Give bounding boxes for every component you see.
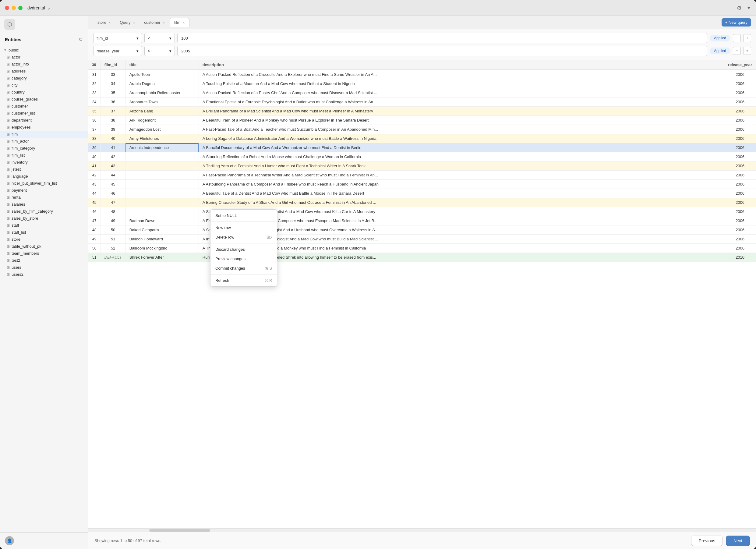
cell-film-id[interactable]: 34: [101, 79, 125, 88]
app-title-chevron[interactable]: ⌄: [47, 5, 51, 10]
cell-release-year[interactable]: 2006: [724, 125, 756, 134]
cell-description[interactable]: A Fast-Paced Panorama of a Technical Wri…: [199, 171, 724, 180]
close-button[interactable]: [5, 6, 9, 10]
sidebar-item-nicer-film-list[interactable]: ⊞ nicer_but_slower_film_list: [0, 180, 88, 187]
sidebar-item-film-category[interactable]: ⊞ film_category: [0, 145, 88, 152]
cell-release-year[interactable]: 2006: [724, 79, 756, 88]
sidebar-item-employees[interactable]: ⊞ employees: [0, 124, 88, 131]
sidebar-item-table-without-pk[interactable]: ⊞ table_without_pk: [0, 243, 88, 250]
table-row[interactable]: 43 45 A Astounding Panorama of a Compose…: [88, 180, 756, 189]
cell-title[interactable]: Arachnophobia Rollercoaster: [125, 88, 199, 97]
filter-op-1[interactable]: < ▾: [144, 33, 175, 43]
cell-description[interactable]: A Emotional Panorama of a Pioneer And a …: [199, 216, 724, 225]
table-row[interactable]: 50 52 Ballroom Mockingbird A Thrilling D…: [88, 244, 756, 253]
sidebar-item-category[interactable]: ⊞ category: [0, 75, 88, 82]
tab-customer-close[interactable]: ×: [163, 21, 165, 24]
filter-plus-1[interactable]: +: [743, 34, 751, 42]
cell-title[interactable]: Ark Ridgemont: [125, 116, 199, 125]
cell-release-year[interactable]: 2006: [724, 107, 756, 116]
cell-film-id[interactable]: 49: [101, 216, 125, 225]
tab-query[interactable]: Query ×: [115, 18, 139, 27]
ctx-commit[interactable]: Commit changes ⌘ S: [210, 264, 277, 273]
ctx-set-null[interactable]: Set to NULL: [210, 211, 277, 220]
cell-film-id[interactable]: 45: [101, 180, 125, 189]
minimize-button[interactable]: [12, 6, 16, 10]
tab-customer[interactable]: customer ×: [140, 18, 169, 27]
filter-value-1[interactable]: 100: [177, 33, 707, 43]
cell-title[interactable]: Argonauts Town: [125, 97, 199, 107]
cell-film-id[interactable]: 42: [101, 152, 125, 161]
sidebar-item-sales-by-store[interactable]: ⊞ sales_by_store: [0, 215, 88, 222]
tab-query-close[interactable]: ×: [133, 21, 135, 24]
col-header-title[interactable]: title: [125, 60, 199, 70]
cell-release-year[interactable]: 2006: [724, 198, 756, 207]
cell-description[interactable]: A Action-Packed Reflection of a Crocodil…: [199, 70, 724, 79]
sidebar-item-actor[interactable]: ⊞ actor: [0, 54, 88, 61]
table-row[interactable]: 40 42 A Stunning Reflection of a Robot A…: [88, 152, 756, 161]
cell-release-year[interactable]: 2006: [724, 143, 756, 152]
cell-film-id[interactable]: 50: [101, 225, 125, 235]
cell-description[interactable]: A Fast-Paced Tale of a Boat And a Teache…: [199, 125, 724, 134]
filter-minus-2[interactable]: −: [733, 47, 741, 55]
cell-release-year[interactable]: 2006: [724, 88, 756, 97]
sidebar-item-sales-by-film-category[interactable]: ⊞ sales_by_film_category: [0, 208, 88, 215]
filter-field-2[interactable]: release_year ▾: [93, 46, 142, 56]
table-row[interactable]: 32 34 Arabia Dogma A Touching Epistle of…: [88, 79, 756, 88]
cell-release-year[interactable]: 2006: [724, 134, 756, 143]
sidebar-item-staff[interactable]: ⊞ staff: [0, 222, 88, 229]
table-row[interactable]: 31 33 Apollo Teen A Action-Packed Reflec…: [88, 70, 756, 79]
cell-title[interactable]: Balloon Homeward: [125, 235, 199, 244]
cell-film-id[interactable]: 37: [101, 107, 125, 116]
cell-description[interactable]: A Beautiful Yarn of a Pioneer And a Monk…: [199, 116, 724, 125]
cell-description[interactable]: A Beautiful Tale of a Dentist And a Mad …: [199, 189, 724, 198]
cell-title[interactable]: Arsenic Independence: [125, 143, 199, 152]
cell-description[interactable]: A Insightful Panorama of a Forensic Psyc…: [199, 235, 724, 244]
table-row[interactable]: 42 44 A Fast-Paced Panorama of a Technic…: [88, 171, 756, 180]
cell-release-year[interactable]: 2006: [724, 216, 756, 225]
table-row[interactable]: 44 46 A Beautiful Tale of a Dentist And …: [88, 189, 756, 198]
cell-description[interactable]: A Stunning Reflection of a Robot And a M…: [199, 152, 724, 161]
user-avatar[interactable]: 👤: [5, 536, 14, 545]
sidebar-item-test2[interactable]: ⊞ test2: [0, 257, 88, 264]
cell-release-year[interactable]: 2006: [724, 207, 756, 216]
new-query-button[interactable]: + New query: [722, 18, 751, 27]
filter-applied-1[interactable]: Applied: [710, 35, 730, 41]
cell-film-id[interactable]: 39: [101, 125, 125, 134]
cell-film-id[interactable]: 52: [101, 244, 125, 253]
cell-title[interactable]: [125, 161, 199, 171]
sidebar-item-team-members[interactable]: ⊞ team_members: [0, 250, 88, 257]
cell-title[interactable]: Arizona Bang: [125, 107, 199, 116]
filter-applied-2[interactable]: Applied: [710, 48, 730, 54]
cell-title[interactable]: Shrek Forever After: [125, 253, 199, 262]
sidebar-item-department[interactable]: ⊞ department: [0, 117, 88, 124]
cell-title[interactable]: Armageddon Lost: [125, 125, 199, 134]
cell-release-year[interactable]: 2006: [724, 97, 756, 107]
next-button[interactable]: Next: [726, 536, 750, 546]
ctx-delete-row[interactable]: Delete row ⌦: [210, 232, 277, 242]
cell-release-year[interactable]: 2006: [724, 70, 756, 79]
tab-store[interactable]: store ×: [93, 18, 115, 27]
table-row[interactable]: 51 DEFAULT Shrek Forever After Rumpelsti…: [88, 253, 756, 262]
cell-film-id[interactable]: 40: [101, 134, 125, 143]
cell-description[interactable]: A Fanciful Documentary of a Mad Cow And …: [199, 143, 724, 152]
settings-icon[interactable]: ✦: [747, 5, 751, 11]
table-row[interactable]: 48 50 Baked Cleopatra A Stunning Drama o…: [88, 225, 756, 235]
filter-minus-1[interactable]: −: [733, 34, 741, 42]
sidebar-item-customer[interactable]: ⊞ customer: [0, 103, 88, 110]
sidebar-item-staff-list[interactable]: ⊞ staff_list: [0, 229, 88, 236]
cell-film-id[interactable]: 46: [101, 189, 125, 198]
cell-release-year[interactable]: 2006: [724, 189, 756, 198]
cell-description[interactable]: A Thrilling Documentary of a Composer An…: [199, 244, 724, 253]
table-row[interactable]: 49 51 Balloon Homeward A Insightful Pano…: [88, 235, 756, 244]
cell-description[interactable]: A boring Saga of a Database Administrato…: [199, 134, 724, 143]
ctx-new-row[interactable]: New row: [210, 223, 277, 232]
sidebar-item-city[interactable]: ⊞ city: [0, 82, 88, 89]
cell-title[interactable]: [125, 152, 199, 161]
sidebar-item-jstest[interactable]: ⊞ jstest: [0, 166, 88, 173]
cell-release-year[interactable]: 2006: [724, 225, 756, 235]
cell-film-id[interactable]: 33: [101, 70, 125, 79]
cell-description[interactable]: A Astounding Panorama of a Composer And …: [199, 180, 724, 189]
cell-film-id[interactable]: 44: [101, 171, 125, 180]
sidebar-item-course-grades[interactable]: ⊞ course_grades: [0, 96, 88, 103]
cell-film-id[interactable]: 43: [101, 161, 125, 171]
